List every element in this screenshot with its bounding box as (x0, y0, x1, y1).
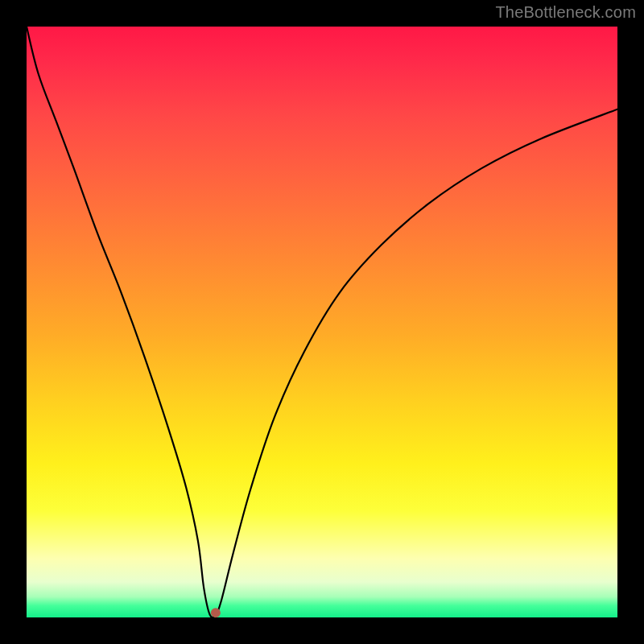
plot-area (27, 27, 617, 617)
attribution-watermark: TheBottleneck.com (495, 3, 636, 22)
minimum-marker (211, 608, 221, 617)
curve-layer (27, 27, 617, 617)
bottleneck-curve (27, 27, 617, 617)
chart-stage: TheBottleneck.com (0, 0, 644, 644)
